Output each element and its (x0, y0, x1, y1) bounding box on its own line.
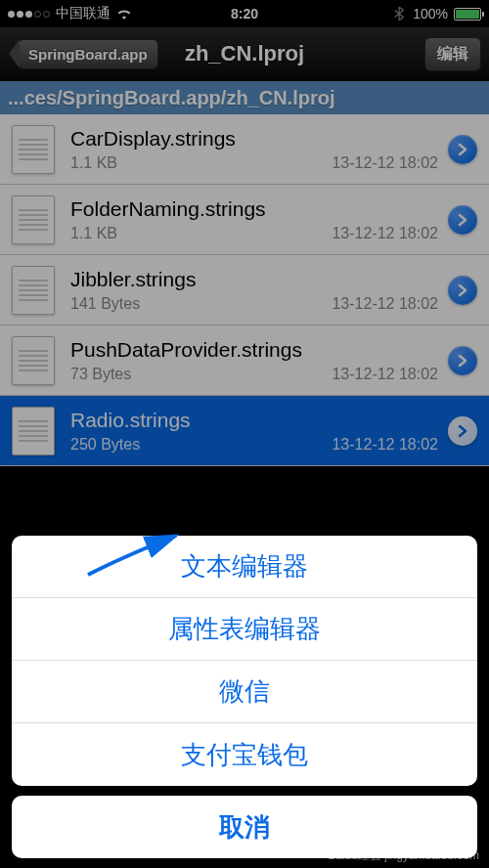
action-option-button[interactable]: 支付宝钱包 (12, 723, 477, 786)
file-list: CarDisplay.strings 1.1 KB 13-12-12 18:02… (0, 114, 489, 466)
watermark: Baidu经验 jingyan.baidu.com (328, 847, 479, 864)
file-icon (12, 336, 55, 385)
file-info: PushDataProvider.strings 73 Bytes 13-12-… (70, 338, 438, 383)
file-name: Jibbler.strings (70, 268, 438, 291)
detail-button[interactable] (448, 416, 477, 446)
file-date: 13-12-12 18:02 (332, 295, 438, 313)
detail-button[interactable] (448, 205, 477, 235)
file-icon (12, 407, 55, 456)
nav-bar: SpringBoard.app zh_CN.lproj 编辑 (0, 27, 489, 81)
file-row[interactable]: Radio.strings 250 Bytes 13-12-12 18:02 (0, 396, 489, 466)
path-bar: ...ces/SpringBoard.app/zh_CN.lproj (0, 81, 489, 114)
status-bar: 中国联通 8:20 100% (0, 0, 489, 27)
wifi-icon (116, 7, 132, 21)
file-row[interactable]: PushDataProvider.strings 73 Bytes 13-12-… (0, 326, 489, 396)
file-size: 1.1 KB (70, 154, 117, 172)
file-info: FolderNaming.strings 1.1 KB 13-12-12 18:… (70, 197, 438, 242)
edit-button[interactable]: 编辑 (424, 37, 481, 71)
action-option-button[interactable]: 属性表编辑器 (12, 598, 477, 661)
file-size: 141 Bytes (70, 295, 140, 313)
detail-button[interactable] (448, 346, 477, 375)
action-sheet: 文本编辑器属性表编辑器微信支付宝钱包 取消 (12, 536, 477, 858)
signal-icon (8, 11, 50, 18)
detail-button[interactable] (448, 276, 477, 305)
battery-percent: 100% (413, 6, 448, 22)
file-date: 13-12-12 18:02 (332, 225, 438, 242)
file-info: Radio.strings 250 Bytes 13-12-12 18:02 (70, 409, 438, 454)
file-icon (12, 195, 55, 244)
file-icon (12, 266, 55, 315)
battery-icon (454, 8, 481, 21)
bluetooth-icon (391, 7, 407, 21)
file-info: CarDisplay.strings 1.1 KB 13-12-12 18:02 (70, 127, 438, 172)
file-meta: 73 Bytes 13-12-12 18:02 (70, 366, 438, 383)
detail-button[interactable] (448, 135, 477, 164)
file-date: 13-12-12 18:02 (332, 154, 438, 172)
file-date: 13-12-12 18:02 (332, 436, 438, 454)
file-info: Jibbler.strings 141 Bytes 13-12-12 18:02 (70, 268, 438, 313)
status-time: 8:20 (231, 6, 258, 22)
file-meta: 1.1 KB 13-12-12 18:02 (70, 154, 438, 172)
file-name: CarDisplay.strings (70, 127, 438, 151)
file-name: PushDataProvider.strings (70, 338, 438, 362)
file-name: FolderNaming.strings (70, 197, 438, 221)
file-size: 250 Bytes (70, 436, 140, 454)
carrier-label: 中国联通 (56, 5, 111, 22)
file-size: 73 Bytes (70, 366, 131, 383)
file-meta: 250 Bytes 13-12-12 18:02 (70, 436, 438, 454)
status-left: 中国联通 (8, 5, 132, 22)
action-option-button[interactable]: 微信 (12, 661, 477, 723)
nav-title: zh_CN.lproj (185, 41, 304, 66)
file-name: Radio.strings (70, 409, 438, 432)
file-row[interactable]: CarDisplay.strings 1.1 KB 13-12-12 18:02 (0, 114, 489, 185)
action-sheet-options: 文本编辑器属性表编辑器微信支付宝钱包 (12, 536, 477, 786)
file-icon (12, 125, 55, 174)
file-row[interactable]: FolderNaming.strings 1.1 KB 13-12-12 18:… (0, 185, 489, 255)
file-size: 1.1 KB (70, 225, 117, 242)
file-meta: 1.1 KB 13-12-12 18:02 (70, 225, 438, 242)
action-option-button[interactable]: 文本编辑器 (12, 536, 477, 598)
back-button[interactable]: SpringBoard.app (18, 39, 158, 69)
file-meta: 141 Bytes 13-12-12 18:02 (70, 295, 438, 313)
file-row[interactable]: Jibbler.strings 141 Bytes 13-12-12 18:02 (0, 255, 489, 326)
status-right: 100% (391, 6, 481, 22)
file-date: 13-12-12 18:02 (332, 366, 438, 383)
